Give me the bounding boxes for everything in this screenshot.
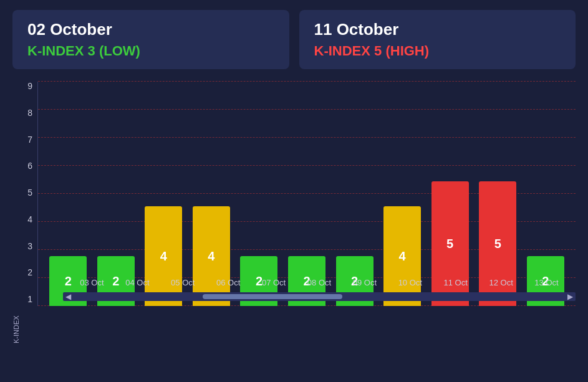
chart-area: 123456789 22442224552 03 Oct04 Oct05 Oct… bbox=[12, 82, 576, 343]
x-axis-label: 08 Oct bbox=[297, 274, 342, 287]
x-axis-label: 09 Oct bbox=[342, 274, 387, 287]
x-axis-label: 10 Oct bbox=[387, 274, 433, 287]
scrollbar-track[interactable] bbox=[86, 294, 552, 299]
bar-group[interactable]: 4 bbox=[140, 82, 188, 306]
bar[interactable]: 5 bbox=[479, 181, 516, 306]
y-axis: 123456789 bbox=[12, 82, 37, 306]
bar[interactable]: 5 bbox=[431, 181, 469, 306]
x-axis-label: 03 Oct bbox=[69, 274, 115, 287]
scrollbar-area[interactable]: ◀ ▶ bbox=[63, 292, 576, 301]
card-kindex-1: K-INDEX 5 (HIGH) bbox=[314, 43, 561, 59]
card-kindex-label-1: K-INDEX 5 bbox=[314, 43, 386, 59]
bar-group[interactable]: 2 bbox=[92, 82, 140, 306]
x-axis-label: 06 Oct bbox=[206, 274, 251, 287]
bar-group[interactable]: 2 bbox=[283, 82, 331, 306]
bar-group[interactable]: 5 bbox=[426, 82, 474, 306]
bar[interactable]: 4 bbox=[145, 206, 182, 306]
scrollbar-thumb[interactable] bbox=[203, 294, 342, 299]
x-axis-label: 11 Oct bbox=[433, 274, 478, 287]
y-axis-label: 6 bbox=[12, 161, 37, 170]
y-axis-label: 2 bbox=[12, 268, 37, 277]
x-axis-label: 13 Oct bbox=[524, 274, 569, 287]
card-kindex-label-0: K-INDEX 3 bbox=[27, 43, 99, 59]
top-cards: 02 OctoberK-INDEX 3 (LOW)11 OctoberK-IND… bbox=[0, 0, 588, 75]
y-axis-label: 5 bbox=[12, 188, 37, 197]
bar-group[interactable]: 5 bbox=[474, 82, 522, 306]
bars-container: 22442224552 bbox=[38, 82, 576, 306]
scroll-left-arrow[interactable]: ◀ bbox=[63, 292, 74, 301]
x-axis-title: K-INDEX bbox=[12, 306, 20, 343]
x-labels: 03 Oct04 Oct05 Oct06 Oct07 Oct08 Oct09 O… bbox=[63, 274, 576, 287]
y-axis-label: 1 bbox=[12, 295, 37, 303]
card-0: 02 OctoberK-INDEX 3 (LOW) bbox=[12, 10, 289, 69]
bar-group[interactable]: 4 bbox=[188, 82, 236, 306]
card-1: 11 OctoberK-INDEX 5 (HIGH) bbox=[299, 10, 576, 69]
y-axis-label: 9 bbox=[12, 82, 37, 90]
x-axis-label: 04 Oct bbox=[115, 274, 160, 287]
bar-group[interactable]: 2 bbox=[235, 82, 283, 306]
card-date-0: 02 October bbox=[27, 20, 274, 39]
y-axis-label: 3 bbox=[12, 242, 37, 251]
bar-group[interactable]: 4 bbox=[378, 82, 427, 306]
x-axis-label: 05 Oct bbox=[160, 274, 206, 287]
card-kindex-0: K-INDEX 3 (LOW) bbox=[27, 43, 274, 59]
bar[interactable]: 4 bbox=[193, 206, 230, 306]
y-axis-label: 4 bbox=[12, 215, 37, 224]
chart-content: 22442224552 03 Oct04 Oct05 Oct06 Oct07 O… bbox=[37, 82, 576, 306]
card-kindex-level-1: (HIGH) bbox=[385, 43, 429, 59]
bar[interactable]: 4 bbox=[383, 206, 421, 306]
card-date-1: 11 October bbox=[314, 20, 561, 39]
y-axis-label: 7 bbox=[12, 135, 37, 144]
card-kindex-level-0: (LOW) bbox=[99, 43, 140, 59]
x-axis-label: 07 Oct bbox=[251, 274, 297, 287]
bar-group[interactable]: 2 bbox=[330, 82, 378, 306]
scroll-right-arrow[interactable]: ▶ bbox=[565, 292, 576, 301]
bar-group[interactable]: 2 bbox=[521, 82, 569, 306]
x-axis-label: 12 Oct bbox=[478, 274, 524, 287]
bar-group[interactable]: 2 bbox=[44, 82, 92, 306]
y-axis-label: 8 bbox=[12, 108, 37, 117]
